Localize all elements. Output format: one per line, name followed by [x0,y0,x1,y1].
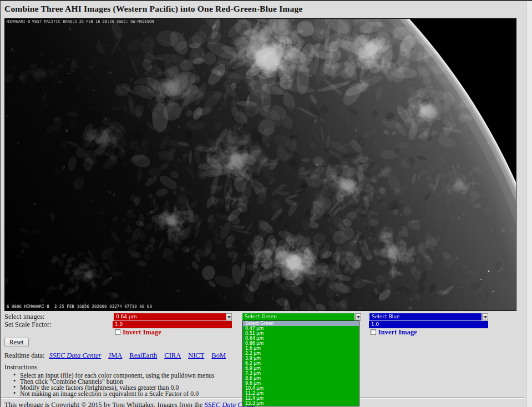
red-invert-label: Invert Image [123,328,161,337]
green-channel-option[interactable]: 0.47 μm [243,326,359,331]
green-channel-option[interactable]: 0.64 μm [243,336,359,341]
green-channel-option[interactable]: 11.2 μm [243,391,359,396]
realtime-link[interactable]: BoM [211,352,226,359]
copyright-text: This webpage is Copyright © 2015 by Tom … [4,401,205,407]
chevron-down-icon [227,316,231,318]
realtime-links: SSEC Data CenterJMARealEarthCIRANICTBoM [49,352,234,359]
green-channel-option[interactable]: 6.9 μm [243,366,359,371]
blue-invert-checkbox[interactable] [371,329,376,335]
blue-scale-factor-input[interactable]: 1.0 [369,321,488,328]
green-channel-option[interactable]: 2.2 μm [243,351,359,356]
instructions-heading: Instructions [4,363,37,372]
green-channel-option[interactable]: 13.3 μm [243,401,359,406]
realtime-label: Realtime data: [4,352,45,359]
green-channel-option[interactable]: 9.6 μm [243,381,359,386]
green-channel-select[interactable]: Select Green [242,313,354,320]
window-left-edge [0,0,1,407]
red-channel-select[interactable]: 0.64 μm [114,313,226,320]
green-channel-option[interactable]: 0.86 μm [243,341,359,346]
green-channel-option[interactable]: Select Green [243,321,359,326]
green-channel-option-list: Select Green0.47 μm0.51 μm0.64 μm0.86 μm… [242,320,359,406]
red-select-dropdown-button[interactable] [226,313,232,320]
select-images-label: Select images: [4,313,45,321]
red-invert-checkbox[interactable] [115,329,120,335]
satellite-header-annotation: HIMAWARI-8 WEST PACIFIC BAND:3 25 FEB 16… [7,19,154,24]
blue-invert-label: Invert Image [378,328,417,337]
red-scale-factor-input[interactable]: 1.0 [113,321,232,328]
green-channel-option[interactable]: 7.3 μm [243,371,359,376]
reset-button[interactable]: Reset [4,338,29,347]
green-channel-option[interactable]: 10.4 μm [243,386,359,391]
satellite-footer-annotation: 6 0806 HIMAWARI-8 3 25 FEB 16056 202000 … [7,304,152,309]
green-channel-option[interactable]: 6.2 μm [243,361,359,366]
satellite-image [5,19,516,311]
copyright-line: This webpage is Copyright © 2015 by Tom … [4,401,256,407]
realtime-link[interactable]: RealEarth [129,352,157,359]
realtime-link[interactable]: SSEC Data Center [49,352,102,359]
instruction-item: Not making an image selection is equival… [12,391,215,397]
green-channel-option[interactable]: 8.6 μm [243,376,359,381]
realtime-link[interactable]: NICT [188,352,204,359]
realtime-link[interactable]: CIRA [164,352,181,359]
realtime-links-row: Realtime data:SSEC Data CenterJMARealEar… [4,352,233,360]
satellite-image-frame: HIMAWARI-8 WEST PACIFIC BAND:3 25 FEB 16… [4,18,516,311]
page-title: Combine Three AHI Images (Western Pacifi… [4,4,302,14]
blue-select-dropdown-button[interactable] [482,313,488,320]
instructions-list: Select an input (file) for each color co… [12,373,215,397]
green-channel-option[interactable]: 1.6 μm [243,346,359,351]
green-channel-option[interactable]: 3.9 μm [243,356,359,361]
scale-factor-label: Set Scale Factor: [4,320,52,329]
scrollbar-track[interactable] [526,1,532,407]
green-channel-option[interactable]: 0.51 μm [243,331,359,336]
chevron-down-icon [357,316,360,318]
green-channel-option[interactable]: 12.4 μm [243,396,359,401]
green-select-dropdown-button[interactable] [355,313,361,320]
chevron-down-icon [484,316,487,318]
realtime-link[interactable]: JMA [108,352,122,359]
window-top-edge [0,0,532,1]
blue-channel-select[interactable]: Select Blue [369,313,482,320]
